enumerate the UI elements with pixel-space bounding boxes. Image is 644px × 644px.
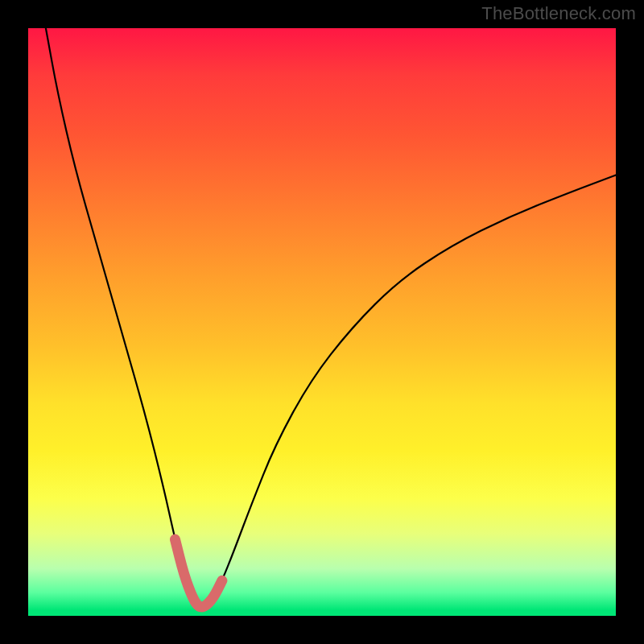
highlight-valley-path — [175, 539, 222, 607]
curve-svg — [28, 28, 616, 616]
chart-frame: TheBottleneck.com — [0, 0, 644, 644]
bottleneck-curve-path — [46, 28, 616, 607]
plot-area — [28, 28, 616, 616]
watermark-label: TheBottleneck.com — [481, 3, 636, 24]
